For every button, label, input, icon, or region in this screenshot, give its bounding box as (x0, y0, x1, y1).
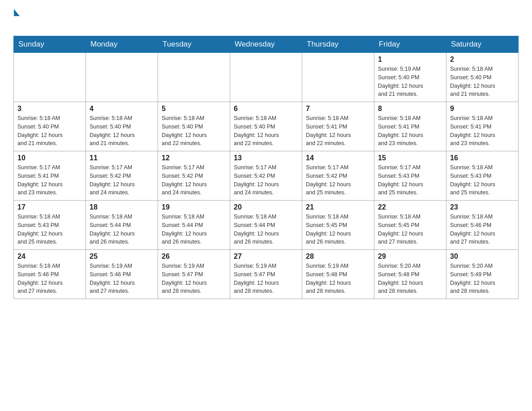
calendar-header-sunday: Sunday (14, 36, 86, 53)
calendar-cell: 27Sunrise: 5:19 AM Sunset: 5:47 PM Dayli… (230, 250, 302, 299)
calendar-cell: 14Sunrise: 5:17 AM Sunset: 5:42 PM Dayli… (302, 151, 374, 201)
calendar-cell: 10Sunrise: 5:17 AM Sunset: 5:41 PM Dayli… (14, 151, 86, 201)
day-info: Sunrise: 5:18 AM Sunset: 5:46 PM Dayligh… (17, 262, 82, 295)
calendar-cell: 7Sunrise: 5:18 AM Sunset: 5:41 PM Daylig… (302, 102, 374, 151)
day-info: Sunrise: 5:18 AM Sunset: 5:46 PM Dayligh… (450, 213, 515, 246)
day-number: 7 (306, 105, 370, 113)
calendar-cell: 8Sunrise: 5:18 AM Sunset: 5:41 PM Daylig… (374, 102, 446, 151)
day-info: Sunrise: 5:19 AM Sunset: 5:46 PM Dayligh… (90, 262, 154, 295)
calendar-cell: 3Sunrise: 5:18 AM Sunset: 5:40 PM Daylig… (14, 102, 86, 151)
day-info: Sunrise: 5:17 AM Sunset: 5:42 PM Dayligh… (234, 163, 298, 197)
calendar-cell: 4Sunrise: 5:18 AM Sunset: 5:40 PM Daylig… (86, 102, 158, 151)
day-number: 29 (378, 253, 442, 261)
day-number: 21 (306, 203, 370, 211)
calendar-cell: 15Sunrise: 5:17 AM Sunset: 5:43 PM Dayli… (374, 151, 446, 201)
calendar-header-thursday: Thursday (302, 36, 374, 53)
day-info: Sunrise: 5:19 AM Sunset: 5:47 PM Dayligh… (162, 262, 226, 295)
day-number: 5 (162, 105, 226, 113)
day-number: 11 (90, 154, 154, 162)
day-info: Sunrise: 5:17 AM Sunset: 5:41 PM Dayligh… (17, 163, 82, 197)
day-info: Sunrise: 5:19 AM Sunset: 5:47 PM Dayligh… (234, 262, 298, 295)
day-info: Sunrise: 5:17 AM Sunset: 5:42 PM Dayligh… (90, 163, 154, 197)
day-number: 18 (90, 203, 154, 211)
day-info: Sunrise: 5:18 AM Sunset: 5:45 PM Dayligh… (306, 213, 370, 246)
day-number: 27 (234, 253, 298, 261)
week-row-4: 17Sunrise: 5:18 AM Sunset: 5:43 PM Dayli… (14, 201, 519, 250)
day-info: Sunrise: 5:17 AM Sunset: 5:43 PM Dayligh… (378, 163, 442, 197)
day-number: 19 (162, 203, 226, 211)
calendar-cell: 16Sunrise: 5:18 AM Sunset: 5:43 PM Dayli… (446, 151, 519, 201)
day-info: Sunrise: 5:18 AM Sunset: 5:40 PM Dayligh… (90, 114, 154, 148)
day-number: 3 (17, 105, 82, 113)
day-info: Sunrise: 5:18 AM Sunset: 5:41 PM Dayligh… (306, 114, 370, 148)
day-info: Sunrise: 5:18 AM Sunset: 5:41 PM Dayligh… (378, 114, 442, 148)
calendar-cell: 25Sunrise: 5:19 AM Sunset: 5:46 PM Dayli… (86, 250, 158, 299)
day-info: Sunrise: 5:18 AM Sunset: 5:43 PM Dayligh… (450, 163, 515, 197)
calendar-cell: 13Sunrise: 5:17 AM Sunset: 5:42 PM Dayli… (230, 151, 302, 201)
day-info: Sunrise: 5:18 AM Sunset: 5:45 PM Dayligh… (378, 213, 442, 246)
week-row-3: 10Sunrise: 5:17 AM Sunset: 5:41 PM Dayli… (14, 151, 519, 201)
day-number: 24 (17, 253, 82, 261)
logo-arrow-icon (14, 9, 20, 16)
day-number: 6 (234, 105, 298, 113)
calendar-cell: 29Sunrise: 5:20 AM Sunset: 5:48 PM Dayli… (374, 250, 446, 299)
calendar-cell (230, 53, 302, 102)
day-number: 20 (234, 203, 298, 211)
calendar-cell (158, 53, 230, 102)
calendar-header-wednesday: Wednesday (230, 36, 302, 53)
calendar-cell: 23Sunrise: 5:18 AM Sunset: 5:46 PM Dayli… (446, 201, 519, 250)
calendar-cell: 1Sunrise: 5:19 AM Sunset: 5:40 PM Daylig… (374, 53, 446, 102)
calendar-cell (86, 53, 158, 102)
day-info: Sunrise: 5:18 AM Sunset: 5:44 PM Dayligh… (90, 213, 154, 246)
calendar-cell: 26Sunrise: 5:19 AM Sunset: 5:47 PM Dayli… (158, 250, 230, 299)
calendar-cell: 30Sunrise: 5:20 AM Sunset: 5:49 PM Dayli… (446, 250, 519, 299)
calendar-cell: 22Sunrise: 5:18 AM Sunset: 5:45 PM Dayli… (374, 201, 446, 250)
day-info: Sunrise: 5:17 AM Sunset: 5:42 PM Dayligh… (162, 163, 226, 197)
calendar-header-tuesday: Tuesday (158, 36, 230, 53)
day-number: 25 (90, 253, 154, 261)
day-number: 10 (17, 154, 82, 162)
day-number: 26 (162, 253, 226, 261)
calendar-header-monday: Monday (86, 36, 158, 53)
day-info: Sunrise: 5:20 AM Sunset: 5:48 PM Dayligh… (378, 262, 442, 295)
day-number: 9 (450, 105, 515, 113)
calendar-header-friday: Friday (374, 36, 446, 53)
calendar-cell: 12Sunrise: 5:17 AM Sunset: 5:42 PM Dayli… (158, 151, 230, 201)
day-number: 15 (378, 154, 442, 162)
calendar-table: SundayMondayTuesdayWednesdayThursdayFrid… (13, 36, 519, 299)
calendar-cell: 2Sunrise: 5:18 AM Sunset: 5:40 PM Daylig… (446, 53, 519, 102)
calendar-cell (302, 53, 374, 102)
day-info: Sunrise: 5:18 AM Sunset: 5:40 PM Dayligh… (17, 114, 82, 148)
day-info: Sunrise: 5:20 AM Sunset: 5:49 PM Dayligh… (450, 262, 515, 295)
logo (13, 9, 20, 31)
calendar-cell: 5Sunrise: 5:18 AM Sunset: 5:40 PM Daylig… (158, 102, 230, 151)
day-number: 1 (378, 56, 442, 64)
day-number: 23 (450, 203, 515, 211)
day-info: Sunrise: 5:18 AM Sunset: 5:43 PM Dayligh… (17, 213, 82, 246)
page-header (13, 9, 519, 31)
day-info: Sunrise: 5:17 AM Sunset: 5:42 PM Dayligh… (306, 163, 370, 197)
calendar-cell: 6Sunrise: 5:18 AM Sunset: 5:40 PM Daylig… (230, 102, 302, 151)
week-row-2: 3Sunrise: 5:18 AM Sunset: 5:40 PM Daylig… (14, 102, 519, 151)
calendar-cell: 9Sunrise: 5:18 AM Sunset: 5:41 PM Daylig… (446, 102, 519, 151)
calendar-cell: 21Sunrise: 5:18 AM Sunset: 5:45 PM Dayli… (302, 201, 374, 250)
day-number: 17 (17, 203, 82, 211)
day-info: Sunrise: 5:18 AM Sunset: 5:40 PM Dayligh… (162, 114, 226, 148)
day-info: Sunrise: 5:18 AM Sunset: 5:44 PM Dayligh… (234, 213, 298, 246)
day-number: 8 (378, 105, 442, 113)
day-number: 22 (378, 203, 442, 211)
week-row-5: 24Sunrise: 5:18 AM Sunset: 5:46 PM Dayli… (14, 250, 519, 299)
day-info: Sunrise: 5:19 AM Sunset: 5:48 PM Dayligh… (306, 262, 370, 295)
day-info: Sunrise: 5:18 AM Sunset: 5:40 PM Dayligh… (450, 65, 515, 98)
day-info: Sunrise: 5:18 AM Sunset: 5:41 PM Dayligh… (450, 114, 515, 148)
calendar-cell (14, 53, 86, 102)
day-number: 14 (306, 154, 370, 162)
calendar-header-saturday: Saturday (446, 36, 519, 53)
calendar-cell: 24Sunrise: 5:18 AM Sunset: 5:46 PM Dayli… (14, 250, 86, 299)
day-info: Sunrise: 5:19 AM Sunset: 5:40 PM Dayligh… (378, 65, 442, 98)
calendar-cell: 28Sunrise: 5:19 AM Sunset: 5:48 PM Dayli… (302, 250, 374, 299)
day-info: Sunrise: 5:18 AM Sunset: 5:40 PM Dayligh… (234, 114, 298, 148)
day-number: 16 (450, 154, 515, 162)
day-number: 30 (450, 253, 515, 261)
day-number: 4 (90, 105, 154, 113)
